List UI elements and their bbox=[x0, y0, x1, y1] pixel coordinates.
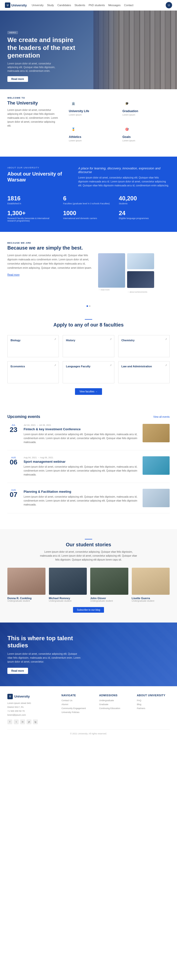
event-desc-1: Lorem ipsum dolor sit amet, consectetur … bbox=[24, 465, 139, 477]
athletics-title: Athletics bbox=[69, 135, 81, 138]
simply-text: Lorem ipsum dolor sit amet, consectetur … bbox=[7, 253, 93, 270]
event-item-1: AUG 06 Aug 04, 2021 → Aug 06, 2021 Sport… bbox=[7, 456, 170, 483]
event-name-1[interactable]: Sport management webinar bbox=[24, 460, 139, 463]
event-meta-1: Aug 04, 2021 → Aug 06, 2021 bbox=[24, 456, 139, 459]
welcome-card-graduation[interactable]: 🎓 Graduation Lorem ipsum bbox=[120, 97, 170, 118]
story-card-2[interactable]: John Glover Undergraduate student bbox=[90, 568, 128, 602]
nav-link-students[interactable]: Students bbox=[75, 4, 85, 6]
footer-link-graduate[interactable]: Graduate bbox=[99, 703, 132, 706]
stories-divider bbox=[85, 539, 92, 539]
logo[interactable]: U University bbox=[5, 2, 27, 8]
event-name-0[interactable]: Fintech & key investment Conference bbox=[24, 427, 139, 431]
story-card-0[interactable]: Donna R. Conkling Undergraduate student bbox=[7, 568, 45, 602]
stat-number-faculties: 6 bbox=[63, 195, 114, 202]
footer-link-blog[interactable]: Blog bbox=[137, 703, 170, 706]
blue-banner-text: Lorem ipsum dolor sit amet, consectetur … bbox=[7, 652, 81, 664]
event-date-2: AUG 07 bbox=[7, 489, 20, 507]
youtube-icon[interactable]: yt bbox=[27, 719, 32, 724]
welcome-card-university-life[interactable]: 🏛️ University Life Lorem ipsum bbox=[66, 97, 116, 118]
footer-logo-text: University bbox=[14, 695, 30, 698]
footer-logo[interactable]: U University bbox=[7, 694, 57, 699]
nav-link-contact[interactable]: Contact bbox=[124, 4, 134, 6]
events-all-link[interactable]: View all events bbox=[153, 415, 170, 418]
linkedin-icon[interactable]: in bbox=[20, 719, 25, 724]
story-role-1: Undergraduate student bbox=[49, 600, 87, 602]
stats-right-text: Lorem ipsum dolor sit amet, consectetur … bbox=[78, 176, 170, 188]
nav-link-university[interactable]: University bbox=[32, 4, 43, 6]
goals-icon: 🎯 bbox=[123, 125, 131, 134]
footer-link-contact[interactable]: Contact Us bbox=[61, 699, 94, 702]
footer-address: Lorem ipsum street 94/c District 5017, P… bbox=[7, 701, 57, 717]
nav-link-study[interactable]: Study bbox=[47, 4, 54, 6]
blue-banner-button[interactable]: Read more bbox=[7, 668, 28, 674]
faculty-card-biology[interactable]: Biology ↗ bbox=[7, 335, 59, 357]
event-desc-2: Lorem ipsum dolor sit amet, consectetur … bbox=[24, 495, 139, 507]
nav-link-candidates[interactable]: Candidates bbox=[57, 4, 71, 6]
stat-number-established: 1816 bbox=[7, 195, 58, 202]
user-avatar[interactable]: U bbox=[166, 2, 172, 8]
twitter-icon[interactable]: t bbox=[14, 719, 19, 724]
graduation-title: Graduation bbox=[123, 110, 138, 113]
view-faculties-button[interactable]: View faculties → bbox=[75, 388, 102, 395]
footer-link-community[interactable]: Community Engagement bbox=[61, 707, 94, 710]
subscribe-blog-button[interactable]: Subscribe to our blog bbox=[73, 607, 104, 612]
facebook-icon[interactable]: f bbox=[7, 719, 12, 724]
event-day-1: 06 bbox=[7, 459, 20, 466]
university-life-icon: 🏛️ bbox=[69, 99, 78, 108]
faculties-grid-bottom: Economics ↗ Languages Faculty ↗ Law and … bbox=[7, 361, 170, 383]
faculty-card-history[interactable]: History ↗ bbox=[63, 335, 114, 357]
story-card-1[interactable]: Michael Romney Undergraduate student bbox=[49, 568, 87, 602]
faculty-card-law[interactable]: Law and Administration ↗ bbox=[118, 361, 170, 383]
stat-faculties: 6 Faculties (graduate level in 3 schools… bbox=[63, 195, 114, 205]
event-name-2[interactable]: Planning & Facilitation meeting bbox=[24, 490, 139, 493]
footer-link-policies[interactable]: University Policies bbox=[61, 711, 94, 713]
stat-number-language: 24 bbox=[119, 210, 170, 216]
nav-link-messages[interactable]: Messages bbox=[108, 4, 120, 6]
dot-2[interactable] bbox=[89, 305, 91, 307]
faculty-card-languages[interactable]: Languages Faculty ↗ bbox=[63, 361, 114, 383]
faculty-arrow-economics: ↗ bbox=[54, 364, 56, 367]
footer-link-undergrad[interactable]: Undergraduate bbox=[99, 699, 132, 702]
faculty-name-economics: Economics bbox=[11, 365, 56, 368]
stat-number-research: 1,300+ bbox=[7, 210, 58, 216]
faculty-card-chemistry[interactable]: Chemistry ↗ bbox=[118, 335, 170, 357]
footer-link-partners[interactable]: Partners bbox=[137, 707, 170, 710]
goals-title: Goals bbox=[123, 135, 131, 138]
simply-read-more[interactable]: Read more bbox=[7, 274, 93, 276]
event-image-0 bbox=[143, 424, 170, 442]
footer-links-about: FAQ Blog Partners bbox=[137, 699, 170, 710]
nav-link-phd[interactable]: PhD students bbox=[88, 4, 105, 6]
story-role-0: Undergraduate student bbox=[7, 600, 45, 602]
event-image-1 bbox=[143, 456, 170, 475]
footer-logo-icon: U bbox=[7, 694, 13, 699]
events-header: Upcoming events View all events bbox=[7, 415, 170, 419]
event-date-1: AUG 06 bbox=[7, 456, 20, 477]
footer-col-navigate: NAVIGATE Contact Us Alumni Community Eng… bbox=[61, 694, 94, 725]
footer-link-continuing[interactable]: Continuing Education bbox=[99, 707, 132, 710]
instagram-icon[interactable]: ig bbox=[33, 719, 38, 724]
simply-content: Lorem ipsum dolor sit amet, consectetur … bbox=[7, 253, 170, 293]
welcome-card-athletics[interactable]: 🏅 Athletics Lorem ipsum bbox=[66, 123, 116, 144]
event-image-2 bbox=[143, 489, 170, 507]
hero-cta-button[interactable]: Read more bbox=[7, 76, 28, 82]
simply-tag: Because we are bbox=[7, 242, 170, 244]
stat-research: 1,300+ Research faculty (associate & int… bbox=[7, 210, 58, 222]
university-life-sub: Lorem ipsum bbox=[69, 114, 81, 116]
stat-international: 1000 International and domestic carriers bbox=[63, 210, 114, 222]
nav-right: U bbox=[166, 2, 172, 8]
event-day-0: 23 bbox=[7, 426, 20, 433]
dot-1[interactable] bbox=[86, 305, 88, 307]
footer-link-alumni[interactable]: Alumni bbox=[61, 703, 94, 706]
stat-label-established: Established in bbox=[7, 202, 58, 205]
story-card-3[interactable]: Lisette Guerra Undergraduate student bbox=[132, 568, 170, 602]
faculty-card-economics[interactable]: Economics ↗ bbox=[7, 361, 59, 383]
stat-label-faculties: Faculties (graduate level in 3 schools F… bbox=[63, 202, 114, 205]
welcome-card-goals[interactable]: 🎯 Goals Lorem ipsum bbox=[120, 123, 170, 144]
faculty-arrow-history: ↗ bbox=[110, 338, 112, 340]
story-role-3: Undergraduate student bbox=[132, 600, 170, 602]
stat-students: 40,200 Students bbox=[119, 195, 170, 205]
footer-link-faq[interactable]: FAQ bbox=[137, 699, 170, 702]
slider-dots bbox=[0, 303, 177, 309]
goals-sub: Lorem ipsum bbox=[123, 139, 135, 142]
footer-social: f t in yt ig bbox=[7, 719, 57, 724]
